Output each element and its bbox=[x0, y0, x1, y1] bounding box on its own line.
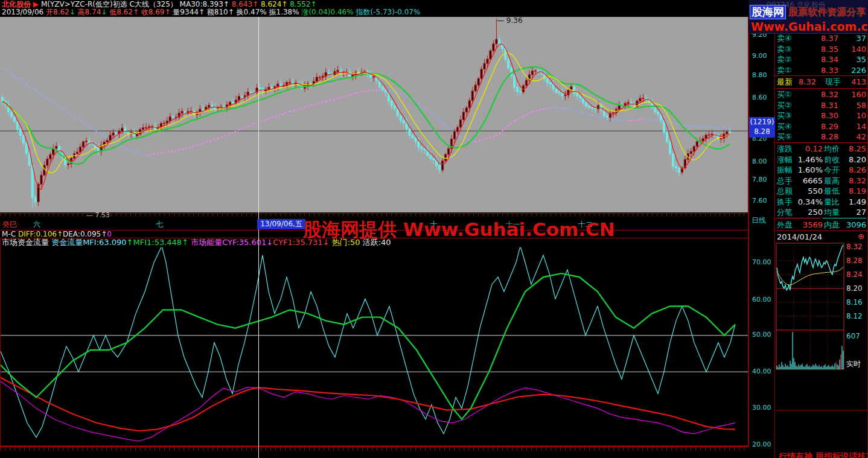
flow-axis: 70.0060.0050.0040.0030.0020.00 bbox=[748, 214, 776, 447]
flow-tick: 40.00 bbox=[752, 367, 771, 375]
stat-value: 250 bbox=[793, 207, 823, 217]
ask-label: 卖④ bbox=[777, 33, 801, 43]
mini-price-tick: 8.28 bbox=[846, 256, 863, 265]
ask-price[interactable]: 8.34 bbox=[800, 54, 838, 65]
mini-price-tick: 8.32 bbox=[846, 243, 863, 251]
stat-value: 8.19 bbox=[838, 186, 866, 196]
bid-volume: 58 bbox=[838, 100, 866, 110]
selected-date-badge: 13/09/06,五 bbox=[257, 219, 305, 229]
stat-value: 0.34% bbox=[793, 197, 823, 207]
ask-label: 卖① bbox=[777, 65, 801, 75]
logo-site-name: 股海网 bbox=[750, 5, 786, 19]
price-tick: 8.00 bbox=[752, 157, 767, 165]
date-axis-ticks bbox=[0, 213, 748, 216]
period-selector-daily[interactable]: 日线 bbox=[752, 215, 766, 226]
bid-label: 买② bbox=[777, 100, 801, 110]
stat-value: 8.20 bbox=[838, 154, 866, 165]
clock-icon[interactable]: ⊕ bbox=[858, 231, 867, 241]
mini-price-tick: 8.20 bbox=[846, 284, 863, 293]
price-axis: 9.209.008.808.608.208.007.807.60 bbox=[748, 17, 776, 214]
latest-label: 最新 bbox=[777, 77, 801, 87]
date-tick: 七 bbox=[156, 220, 163, 230]
high-price-marker: — 9.36 bbox=[497, 16, 523, 25]
ask-volume: 140 bbox=[838, 44, 866, 54]
inner-value: 3096 bbox=[838, 220, 866, 230]
flow-tick: 50.00 bbox=[752, 331, 771, 339]
latest-price[interactable]: 8.32 bbox=[799, 77, 825, 87]
stat-value: 1.46% bbox=[793, 154, 823, 165]
bid-volume: 14 bbox=[838, 121, 866, 132]
bid-volume: 42 bbox=[838, 132, 866, 142]
price-tick: 7.60 bbox=[752, 197, 767, 205]
ask-price[interactable]: 8.37 bbox=[800, 33, 838, 43]
stat-value: 8.32 bbox=[838, 176, 866, 186]
stat-value: 1.49 bbox=[838, 197, 866, 207]
site-logo: 002246 北化股份 股海网 股票软件资源分享 Www.Guhai.com.c… bbox=[748, 0, 868, 33]
ask-price[interactable]: 8.33 bbox=[800, 65, 838, 75]
logo-tagline: 股票软件资源分享 bbox=[788, 6, 866, 19]
bid-volume: 160 bbox=[838, 89, 866, 100]
ask-label: 卖③ bbox=[777, 44, 801, 54]
intraday-mini-chart[interactable]: 8.328.288.248.208.168.12 607 实时 bbox=[774, 241, 868, 422]
stat-value: 550 bbox=[793, 186, 823, 196]
topbar-quote-line: 2013/09/06 开8.62↓ 高8.74↓ 低8.62↑ 收8.69↑ 量… bbox=[2, 8, 744, 16]
order-book[interactable]: 卖④8.3737卖③8.35140卖②8.3435卖①8.33226最新8.32… bbox=[776, 33, 867, 241]
bid-volume: 10 bbox=[838, 110, 866, 121]
mini-realtime-label[interactable]: 实时 bbox=[846, 359, 861, 369]
stat-value: 6665 bbox=[793, 176, 823, 186]
mini-price-tick: 8.16 bbox=[846, 298, 863, 307]
mini-vol-max: 607 bbox=[846, 332, 860, 340]
stat-value: 8.25 bbox=[838, 144, 866, 154]
price-tick: 8.80 bbox=[752, 71, 767, 79]
stat-value: 0.12 bbox=[793, 144, 823, 154]
stat-value: 27 bbox=[838, 207, 866, 217]
date-tick: 六 bbox=[33, 220, 40, 230]
ask-label: 卖② bbox=[777, 54, 801, 65]
latest-price-axis-badge: (1219) 8.28 bbox=[749, 117, 775, 138]
bottom-slogan: 行情有神 用指标说话技巧 bbox=[779, 451, 868, 458]
date-tick: 癸巳 bbox=[2, 220, 17, 230]
bid-label: 买① bbox=[777, 89, 801, 100]
bid-price[interactable]: 8.29 bbox=[800, 121, 838, 132]
main-kline-chart[interactable] bbox=[0, 17, 748, 212]
flow-tick: 30.00 bbox=[752, 404, 771, 412]
stat-value: 1.60% bbox=[793, 165, 823, 175]
outer-value: 3569 bbox=[793, 220, 823, 230]
bottom-tick-strip bbox=[0, 446, 748, 451]
bid-price[interactable]: 8.32 bbox=[800, 89, 838, 100]
bid-label: 买④ bbox=[777, 121, 801, 132]
mini-price-tick: 8.12 bbox=[846, 312, 863, 320]
quote-date: 2014/01/24 bbox=[777, 232, 837, 242]
bid-price[interactable]: 8.28 bbox=[800, 132, 838, 142]
bid-label: 买⑤ bbox=[777, 132, 801, 142]
flow-tick: 20.00 bbox=[752, 441, 771, 448]
price-tick: 7.80 bbox=[752, 176, 767, 183]
stat-value: 8.26 bbox=[838, 165, 866, 175]
flow-tick: 60.00 bbox=[752, 296, 771, 304]
ask-volume: 37 bbox=[838, 33, 866, 43]
crosshair-vline bbox=[258, 17, 259, 458]
low-price-marker: — 7.53 bbox=[86, 211, 110, 219]
center-watermark: 股海网提供 Www.Guhai.Com.CN bbox=[303, 217, 615, 243]
hand-volume: 413 bbox=[838, 77, 866, 87]
ask-volume: 35 bbox=[838, 54, 866, 65]
ask-price[interactable]: 8.35 bbox=[800, 44, 838, 54]
flow-tick: 70.00 bbox=[752, 258, 771, 266]
bid-price[interactable]: 8.31 bbox=[800, 100, 838, 110]
ask-volume: 226 bbox=[838, 65, 866, 75]
bid-label: 买③ bbox=[777, 110, 801, 121]
money-flow-chart[interactable] bbox=[0, 247, 748, 447]
bid-price[interactable]: 8.30 bbox=[800, 110, 838, 121]
app-window: 北化股份 ▶ M(YZV>YZC-R(低空)初选 C大线（325） MA30:8… bbox=[0, 0, 868, 458]
price-tick: 8.60 bbox=[752, 94, 767, 101]
logo-url[interactable]: Www.Guhai.com.cn bbox=[751, 20, 868, 33]
price-tick: 9.00 bbox=[752, 52, 767, 60]
mini-price-tick: 8.24 bbox=[846, 270, 863, 279]
